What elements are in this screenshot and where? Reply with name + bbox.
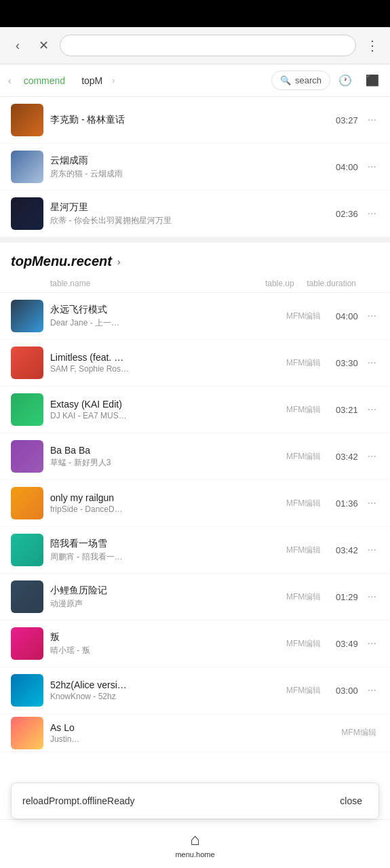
recent-song-item[interactable]: Ba Ba Ba 草蜢 - 新好男人3 MFM编辑 03:42 ··· — [0, 433, 390, 480]
song-thumbnail — [11, 393, 43, 426]
song-info: 李克勤 - 格林童话 — [50, 114, 324, 126]
song-info: 星河万里 欣蒂 - 你会长出羽翼拥抱星河万里 — [50, 201, 324, 226]
tab-topm[interactable]: topM — [75, 71, 109, 90]
song-uploader: MFM编辑 — [284, 545, 324, 556]
recent-song-item[interactable]: As Lo Justin… MFM编辑 — [0, 714, 390, 752]
close-button[interactable]: ✕ — [34, 36, 53, 55]
song-uploader: MFM编辑 — [284, 311, 324, 322]
song-thumbnail — [11, 627, 43, 660]
song-info: 52hz(Alice versi… KnowKnow - 52hz — [50, 679, 277, 701]
song-more-button[interactable]: ··· — [365, 684, 379, 696]
song-info: As Lo Justin… — [50, 722, 332, 744]
song-duration: 04:00 — [331, 162, 358, 172]
recent-song-item[interactable]: Limitless (feat. … SAM F, Sophie Ros… MF… — [0, 340, 390, 387]
browser-chrome: ‹ ✕ — [0, 27, 390, 64]
status-bar — [0, 0, 390, 27]
recent-song-item[interactable]: 永远飞行模式 Dear Jane - 上一… MFM编辑 04:00 ··· — [0, 293, 390, 340]
recent-header: topMenu.recent › — [0, 243, 390, 275]
song-uploader: MFM编辑 — [284, 357, 324, 369]
song-info: Ba Ba Ba 草蜢 - 新好男人3 — [50, 445, 277, 469]
song-thumbnail — [11, 487, 43, 519]
song-artist: 草蜢 - 新好男人3 — [50, 457, 277, 469]
song-title: Ba Ba Ba — [50, 445, 277, 456]
song-artist: 动漫原声 — [50, 598, 277, 610]
recent-arrow[interactable]: › — [117, 256, 121, 267]
song-title: only my railgun — [50, 492, 277, 503]
song-duration: 01:36 — [331, 498, 358, 509]
song-info: 永远飞行模式 Dear Jane - 上一… — [50, 304, 277, 329]
home-button[interactable]: ⌂ menu.home — [175, 830, 214, 859]
recent-song-item[interactable]: 叛 晴小瑶 - 叛 MFM编辑 03:49 ··· — [0, 620, 390, 667]
song-info: 叛 晴小瑶 - 叛 — [50, 631, 277, 656]
history-icon-button[interactable]: 🕐 — [333, 68, 357, 93]
recent-song-item[interactable]: 52hz(Alice versi… KnowKnow - 52hz MFM编辑 … — [0, 667, 390, 714]
top-song-item[interactable]: 星河万里 欣蒂 - 你会长出羽翼拥抱星河万里 02:36 ··· — [0, 191, 390, 237]
layout-icon-button[interactable]: ⬛ — [360, 68, 385, 93]
song-info: Limitless (feat. … SAM F, Sophie Ros… — [50, 352, 277, 374]
song-thumbnail — [11, 347, 43, 379]
song-uploader: MFM编辑 — [284, 404, 324, 416]
song-artist: 周鹏宵 - 陪我看一… — [50, 551, 277, 563]
song-title: 李克勤 - 格林童话 — [50, 114, 324, 126]
song-more-button[interactable]: ··· — [365, 450, 379, 462]
song-more-button[interactable]: ··· — [365, 357, 379, 369]
top-songs-section: 李克勤 - 格林童话 03:27 ··· 云烟成雨 房东的猫 - 云烟成雨 04… — [0, 97, 390, 237]
song-more-button[interactable]: ··· — [365, 637, 379, 650]
th-duration: table.duration — [307, 279, 356, 288]
song-duration: 03:42 — [331, 452, 358, 462]
song-uploader: MFM编辑 — [284, 498, 324, 509]
recent-song-item[interactable]: Extasy (KAI Edit) DJ KAI - EA7 MUS… MFM编… — [0, 387, 390, 433]
tab-bar: ‹ commend topM › 🔍 search 🕐 ⬛ — [0, 64, 390, 97]
song-title: 星河万里 — [50, 201, 324, 214]
recent-title: topMenu.recent — [11, 254, 112, 269]
recent-section: topMenu.recent › table.name table.up tab… — [0, 243, 390, 752]
song-thumbnail — [11, 717, 43, 749]
song-more-button[interactable]: ··· — [365, 161, 379, 173]
song-thumbnail — [11, 104, 43, 136]
th-name: table.name — [50, 279, 252, 288]
url-bar[interactable] — [60, 35, 356, 56]
song-title: 云烟成雨 — [50, 155, 324, 167]
song-duration: 03:00 — [331, 686, 358, 696]
home-icon: ⌂ — [190, 830, 200, 849]
song-more-button[interactable]: ··· — [365, 497, 379, 509]
song-info: only my railgun fripSide - DanceD… — [50, 492, 277, 514]
tab-commend[interactable]: commend — [17, 71, 72, 90]
song-more-button[interactable]: ··· — [365, 310, 379, 322]
song-duration: 03:21 — [331, 405, 358, 415]
toast-close-button[interactable]: close — [334, 793, 368, 809]
bottom-bar: ⌂ menu.home — [0, 819, 390, 868]
song-uploader: MFM编辑 — [338, 727, 379, 738]
song-uploader: MFM编辑 — [284, 451, 324, 462]
search-button[interactable]: 🔍 search — [271, 71, 330, 90]
song-thumbnail — [11, 151, 43, 183]
song-info: 小鲤鱼历险记 动漫原声 — [50, 585, 277, 610]
search-label: search — [295, 75, 321, 85]
song-thumbnail — [11, 197, 43, 230]
song-duration: 03:27 — [331, 115, 358, 125]
song-more-button[interactable]: ··· — [365, 544, 379, 556]
top-song-item[interactable]: 李克勤 - 格林童话 03:27 ··· — [0, 97, 390, 144]
recent-song-item[interactable]: 小鲤鱼历险记 动漫原声 MFM编辑 01:29 ··· — [0, 574, 390, 620]
table-header: table.name table.up table.duration — [0, 275, 390, 293]
home-label: menu.home — [175, 850, 214, 859]
song-title: 叛 — [50, 631, 277, 644]
song-more-button[interactable]: ··· — [365, 208, 379, 220]
song-more-button[interactable]: ··· — [365, 403, 379, 416]
song-info: 云烟成雨 房东的猫 - 云烟成雨 — [50, 155, 324, 180]
song-more-button[interactable]: ··· — [365, 591, 379, 603]
recent-song-item[interactable]: 陪我看一场雪 周鹏宵 - 陪我看一… MFM编辑 03:42 ··· — [0, 527, 390, 574]
song-title: Extasy (KAI Edit) — [50, 399, 277, 410]
recent-song-item[interactable]: only my railgun fripSide - DanceD… MFM编辑… — [0, 480, 390, 527]
song-info: 陪我看一场雪 周鹏宵 - 陪我看一… — [50, 538, 277, 563]
song-duration: 04:00 — [331, 311, 358, 321]
song-title: 52hz(Alice versi… — [50, 679, 277, 690]
browser-menu-button[interactable] — [363, 36, 382, 55]
song-uploader: MFM编辑 — [284, 638, 324, 650]
song-more-button[interactable]: ··· — [365, 114, 379, 126]
back-button[interactable]: ‹ — [8, 36, 27, 55]
song-duration: 02:36 — [331, 209, 358, 219]
song-artist: Justin… — [50, 734, 332, 744]
song-artist: 晴小瑶 - 叛 — [50, 645, 277, 656]
top-song-item[interactable]: 云烟成雨 房东的猫 - 云烟成雨 04:00 ··· — [0, 144, 390, 191]
